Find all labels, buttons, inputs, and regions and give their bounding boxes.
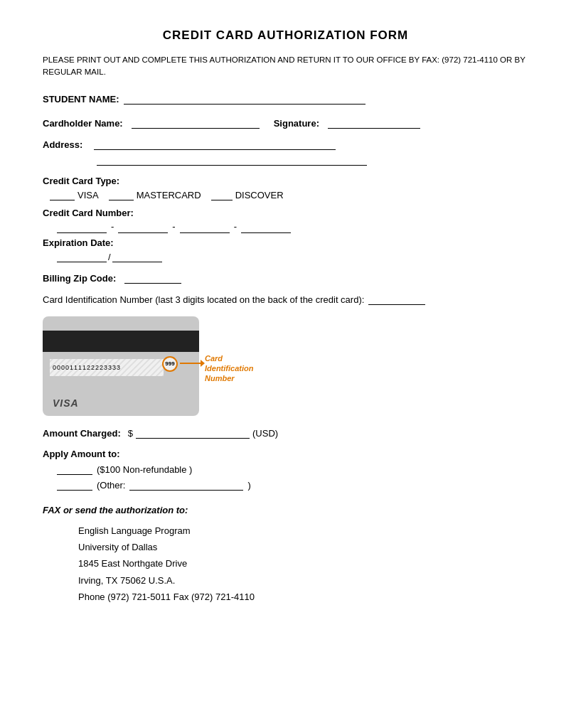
address-section: Address:: [43, 139, 528, 166]
other-option: (Other: ): [57, 479, 528, 491]
mastercard-option: MASTERCARD: [109, 189, 201, 200]
address-line-1: English Language Program: [78, 523, 528, 539]
signature-group: Signature:: [274, 117, 420, 129]
student-name-label: STUDENT NAME:: [43, 94, 119, 105]
usd-label: (USD): [252, 428, 278, 439]
card-stripe: [43, 331, 199, 352]
address-line-3: 1845 East Northgate Drive: [78, 555, 528, 572]
billing-zip-label: Billing Zip Code:: [43, 273, 116, 284]
apply-amount-label: Apply Amount to:: [43, 449, 524, 459]
non-refundable-label: ($100 Non-refundable ): [97, 464, 192, 475]
expiry-fields: /: [57, 251, 528, 262]
address-label: Address:: [43, 139, 82, 150]
cardholder-label: Cardholder Name:: [43, 118, 123, 129]
card-number-1[interactable]: [57, 222, 107, 233]
card-number-fields: - - -: [57, 221, 528, 233]
card-id-field[interactable]: [368, 294, 425, 305]
billing-zip-field[interactable]: [124, 272, 181, 284]
address-field-1[interactable]: [94, 139, 336, 150]
card-type-options: VISA MASTERCARD DISCOVER: [50, 189, 528, 200]
card-number-2[interactable]: [118, 222, 168, 233]
student-name-row: STUDENT NAME:: [43, 93, 528, 105]
address-line-2: University of Dallas: [78, 539, 528, 555]
expiry-section: Expiration Date: /: [43, 237, 528, 262]
expiry-year[interactable]: [112, 251, 162, 262]
address-block: English Language Program University of D…: [78, 523, 528, 606]
card-brand-label: VISA: [53, 397, 79, 409]
apply-amount-section: Apply Amount to: ($100 Non-refundable ) …: [43, 449, 528, 491]
billing-zip-row: Billing Zip Code:: [43, 272, 528, 284]
amount-field[interactable]: [136, 427, 250, 439]
non-refundable-checkbox[interactable]: [57, 464, 92, 475]
page-title: CREDIT CARD AUTHORIZATION FORM: [43, 28, 528, 43]
card-number-section: Credit Card Number: - - -: [43, 208, 528, 233]
card-number-label: Credit Card Number:: [43, 208, 524, 218]
card-signature-area: 0000111122223333: [50, 359, 164, 376]
card-number-4[interactable]: [241, 222, 291, 233]
dollar-sign: $: [128, 428, 133, 439]
card-number-3[interactable]: [180, 222, 230, 233]
mastercard-checkbox[interactable]: [109, 189, 134, 200]
other-label: (Other:: [97, 480, 125, 491]
other-field[interactable]: [129, 479, 243, 491]
card-image: 0000111122223333 999 Card Identification…: [43, 316, 199, 416]
card-cvv-circle: 999: [162, 356, 178, 372]
signature-field[interactable]: [328, 117, 420, 129]
signature-label: Signature:: [274, 118, 319, 129]
credit-card-type-label: Credit Card Type:: [43, 176, 524, 186]
address-label-row: Address:: [43, 139, 528, 150]
mastercard-label: MASTERCARD: [137, 190, 201, 200]
amount-charged-label: Amount Charged:: [43, 428, 121, 439]
student-name-field[interactable]: [124, 93, 365, 105]
address-field-2[interactable]: [97, 154, 367, 166]
fax-title: FAX or send the authorization to:: [43, 505, 528, 515]
card-number-display: 0000111122223333: [53, 364, 121, 371]
visa-checkbox[interactable]: [50, 189, 75, 200]
amount-charged-row: Amount Charged: $ (USD): [43, 427, 528, 439]
address-line-4: Irving, TX 75062 U.S.A.: [78, 572, 528, 589]
address-line-5: Phone (972) 721-5011 Fax (972) 721-4110: [78, 589, 528, 605]
expiry-month[interactable]: [57, 251, 107, 262]
other-checkbox[interactable]: [57, 479, 92, 491]
discover-checkbox[interactable]: [211, 189, 233, 200]
card-id-label: Card Identification Number (last 3 digit…: [43, 294, 364, 305]
card-id-overlay-label: Card Identification Number: [205, 353, 269, 384]
cardholder-group: Cardholder Name:: [43, 117, 260, 129]
cardholder-field[interactable]: [132, 117, 260, 129]
visa-label: VISA: [78, 190, 99, 200]
expiration-label: Expiration Date:: [43, 237, 524, 248]
other-close: ): [247, 480, 250, 491]
discover-label: DISCOVER: [235, 190, 284, 200]
discover-option: DISCOVER: [211, 189, 284, 200]
card-id-row: Card Identification Number (last 3 digit…: [43, 294, 528, 305]
card-arrow: [180, 363, 201, 364]
instructions-text: PLEASE PRINT OUT AND COMPLETE THIS AUTHO…: [43, 54, 528, 79]
credit-card-type-section: Credit Card Type: VISA MASTERCARD DISCOV…: [43, 176, 528, 200]
non-refundable-option: ($100 Non-refundable ): [57, 464, 528, 475]
cardholder-row: Cardholder Name: Signature:: [43, 117, 528, 129]
visa-option: VISA: [50, 189, 99, 200]
fax-section: FAX or send the authorization to: Englis…: [43, 505, 528, 606]
